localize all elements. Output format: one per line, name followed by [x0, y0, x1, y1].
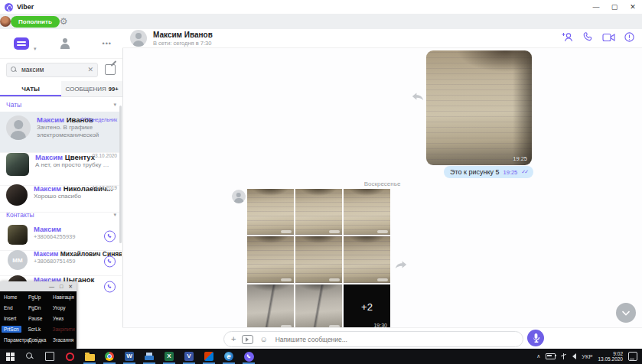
chat-avatar[interactable] [130, 30, 147, 47]
osk-key[interactable]: ScrLk [28, 327, 53, 332]
start-button[interactable] [0, 349, 20, 364]
grid-photo-more[interactable]: +2 19:30 [344, 284, 390, 327]
network-icon[interactable] [561, 353, 567, 359]
menubar-right-cluster: Пополнить ⚙ [0, 14, 642, 29]
taskbar-search-icon[interactable] [20, 349, 40, 364]
forward-message-icon[interactable] [412, 90, 424, 99]
call-icon[interactable] [583, 32, 593, 42]
contact-name-highlight: Максим [34, 250, 58, 258]
grid-photo[interactable] [295, 236, 342, 283]
chrome-icon[interactable] [99, 349, 119, 364]
compose-icon[interactable] [105, 64, 116, 75]
double-check-icon: ✓✓ [79, 116, 85, 122]
osk-key[interactable]: Pause [28, 316, 53, 321]
voice-message-button[interactable] [527, 330, 544, 346]
user-avatar[interactable] [0, 16, 11, 27]
osk-key[interactable]: End [0, 305, 28, 310]
osk-key[interactable]: Униз [53, 316, 77, 321]
viber-call-icon[interactable] [104, 255, 116, 267]
osk-key[interactable]: PgDn [28, 305, 53, 310]
minimize-icon[interactable]: — [587, 0, 605, 14]
video-call-icon[interactable] [602, 33, 615, 42]
language-indicator[interactable]: УКР [582, 353, 592, 360]
visio-icon[interactable]: V [179, 349, 199, 364]
chevron-down-icon[interactable]: ▾ [113, 102, 116, 108]
viber-taskbar-icon[interactable] [239, 349, 259, 364]
viber-call-icon[interactable] [104, 230, 116, 242]
clear-search-icon[interactable]: ✕ [87, 66, 93, 73]
maximize-icon[interactable]: ▢ [605, 0, 624, 14]
edge-icon[interactable]: e [219, 349, 239, 364]
taskbar-clock[interactable]: 9:02 13.05.2020 [598, 351, 623, 362]
volume-icon[interactable] [572, 353, 576, 359]
file-explorer-icon[interactable] [80, 349, 99, 364]
close-icon[interactable]: ✕ [68, 284, 73, 289]
sidebar-icon-row: ▾ ••• [0, 29, 122, 59]
opera-icon[interactable] [60, 349, 80, 364]
grid-photo[interactable] [295, 284, 342, 327]
message-input[interactable] [274, 335, 523, 344]
excel-icon[interactable]: X [159, 349, 179, 364]
grid-photo[interactable] [344, 189, 390, 235]
avatar [8, 225, 28, 245]
composer-bar: + ☺ [122, 327, 642, 349]
info-icon[interactable] [624, 32, 634, 42]
scroll-to-bottom-button[interactable] [616, 303, 636, 323]
system-tray: ∧ УКР 9:02 13.05.2020 [536, 351, 642, 362]
sidebar-scrollbar[interactable] [119, 106, 122, 243]
attach-plus-icon[interactable]: + [231, 335, 236, 343]
grid-photo[interactable] [247, 284, 294, 327]
grid-photo[interactable] [295, 189, 342, 235]
osk-key[interactable]: Угору [53, 305, 77, 310]
osk-key[interactable]: Згасання [53, 337, 77, 343]
section-chats: Чаты ▾ [0, 98, 122, 112]
clock-time: 9:02 [613, 351, 623, 356]
photo-timestamp: 19:25 [513, 155, 527, 162]
grid-photo[interactable] [344, 236, 390, 283]
forward-message-icon[interactable] [395, 258, 407, 268]
battery-icon[interactable] [546, 353, 556, 359]
osk-key[interactable]: Закріпити [53, 327, 77, 332]
search-input[interactable] [20, 65, 83, 74]
outgoing-message-bubble[interactable]: Это к рисунку 5 19:25 ✓✓ [444, 166, 533, 178]
printer-icon[interactable] [139, 349, 159, 364]
gear-icon[interactable]: ⚙ [60, 17, 68, 26]
task-view-icon[interactable] [40, 349, 60, 364]
osk-key[interactable]: Insert [0, 316, 28, 321]
chat-status: В сети: сегодня в 7:30 [153, 40, 211, 47]
chat-list-item[interactable]: Максим Иванов Зачтено. В графике электро… [0, 112, 122, 153]
minimize-icon[interactable]: — [49, 284, 54, 289]
maximize-icon[interactable]: □ [60, 284, 63, 289]
sender-avatar[interactable] [232, 190, 246, 203]
osk-key[interactable]: Навігація [53, 294, 77, 300]
viber-call-icon[interactable] [104, 281, 116, 292]
tab-messages[interactable]: СООБЩЕНИЯ 99+ [61, 81, 122, 96]
chevron-down-icon[interactable]: ▾ [34, 46, 37, 52]
osk-title-bar[interactable]: — □ ✕ [0, 281, 77, 291]
search-field[interactable]: ✕ [6, 63, 98, 77]
grid-photo[interactable] [247, 236, 294, 283]
notification-center-icon[interactable] [628, 352, 637, 361]
chat-name-highlight: Максим [35, 153, 63, 161]
photos-icon[interactable] [199, 349, 219, 364]
photo-message[interactable]: 19:25 [426, 50, 532, 165]
gif-icon[interactable] [242, 335, 253, 344]
tab-chats[interactable]: ЧАТЫ [0, 81, 61, 96]
chat-preview: Хорошо спасибо [34, 193, 110, 200]
grid-photo[interactable] [247, 189, 294, 235]
chats-icon[interactable] [14, 37, 29, 50]
add-contact-icon[interactable] [562, 32, 574, 42]
word-icon[interactable]: W [119, 349, 139, 364]
tray-chevron-up-icon[interactable]: ∧ [536, 353, 540, 359]
sticker-smiley-icon[interactable]: ☺ [259, 335, 267, 343]
topup-button[interactable]: Пополнить [11, 16, 60, 28]
contacts-icon[interactable] [60, 38, 70, 49]
osk-key-selected[interactable]: PrtScn [2, 326, 21, 333]
chevron-down-icon[interactable]: ▾ [113, 212, 116, 218]
osk-key[interactable]: Довідка [28, 337, 53, 343]
more-icon[interactable]: ••• [103, 40, 112, 47]
close-icon[interactable]: ✕ [624, 0, 642, 14]
osk-key[interactable]: PgUp [28, 294, 53, 300]
osk-key[interactable]: Параметри [0, 337, 28, 343]
osk-key[interactable]: Home [0, 294, 28, 300]
